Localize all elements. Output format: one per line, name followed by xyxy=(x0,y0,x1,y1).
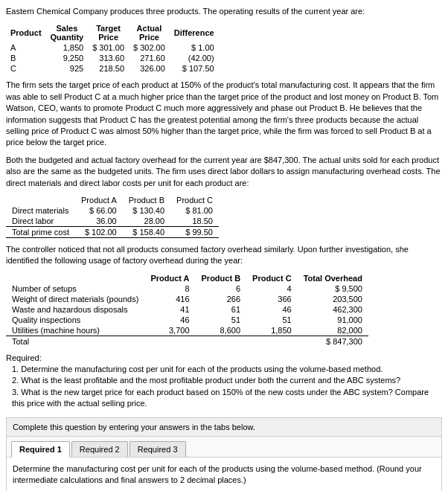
body-text-1: The firm sets the target price of each p… xyxy=(6,80,442,148)
overhead-table: Product AProduct BProduct CTotal Overhea… xyxy=(6,273,368,347)
prime-cost-row: Product AProduct BProduct C xyxy=(6,195,219,205)
required-tabs-section: Complete this question by entering your … xyxy=(6,417,442,491)
required-label: Required: xyxy=(6,353,42,362)
tab-3[interactable]: Required 3 xyxy=(129,441,186,457)
col-difference: Difference xyxy=(170,23,219,42)
overhead-row: Quality inspections46515191,000 xyxy=(6,315,368,325)
table-row: B9,250313.60271.60(42.00) xyxy=(6,53,219,63)
col-target-price: TargetPrice xyxy=(88,23,129,42)
required-item: 1. Determine the manufacturing cost per … xyxy=(12,364,442,375)
col-sales-qty: SalesQuantity xyxy=(46,23,89,42)
tab-1[interactable]: Required 1 xyxy=(11,441,70,458)
overhead-row: Utilities (machine hours)3,7008,6001,850… xyxy=(6,325,368,336)
prime-cost-row: Direct labor36.0028.0018.50 xyxy=(6,216,219,227)
intro-text: Eastern Chemical Company produces three … xyxy=(6,6,442,17)
overhead-header-row: Product AProduct BProduct CTotal Overhea… xyxy=(6,273,368,283)
required-item: 3. What is the new target price for each… xyxy=(12,387,442,410)
overhead-total-row: Total$ 847,300 xyxy=(6,336,368,347)
overhead-row: Number of setups864$ 9,500 xyxy=(6,283,368,294)
overhead-row: Weight of direct materials (pounds)41626… xyxy=(6,294,368,304)
table-row: C925218.50326.00$ 107.50 xyxy=(6,63,219,74)
tabs-row: Required 1Required 2Required 3 xyxy=(7,437,441,458)
prime-cost-table: Product AProduct BProduct CDirect materi… xyxy=(6,195,219,238)
tab1-instruction: Determine the manufacturing cost per uni… xyxy=(13,463,435,487)
table-row: A1,850$ 301.00$ 302.00$ 1.00 xyxy=(6,42,219,53)
col-product: Product xyxy=(6,23,46,42)
operating-results-table: Product SalesQuantity TargetPrice Actual… xyxy=(6,23,219,74)
section-header: Complete this question by entering your … xyxy=(7,418,441,437)
required-section-text: Required: 1. Determine the manufacturing… xyxy=(6,353,442,410)
overhead-intro: The controller noticed that not all prod… xyxy=(6,244,442,267)
col-actual-price: ActualPrice xyxy=(129,23,170,42)
prime-cost-total-row: Total prime cost$ 102.00$ 158.40$ 99.50 xyxy=(6,226,219,237)
required-item: 2. What is the least profitable and the … xyxy=(12,375,442,386)
body-text-2: Both the budgeted and actual factory ove… xyxy=(6,155,442,189)
prime-cost-row: Direct materials$ 66.00$ 130.40$ 81.00 xyxy=(6,205,219,216)
tab-2[interactable]: Required 2 xyxy=(71,441,128,457)
overhead-row: Waste and hazardous disposals416146462,3… xyxy=(6,304,368,315)
tab-content: Determine the manufacturing cost per uni… xyxy=(7,458,441,491)
